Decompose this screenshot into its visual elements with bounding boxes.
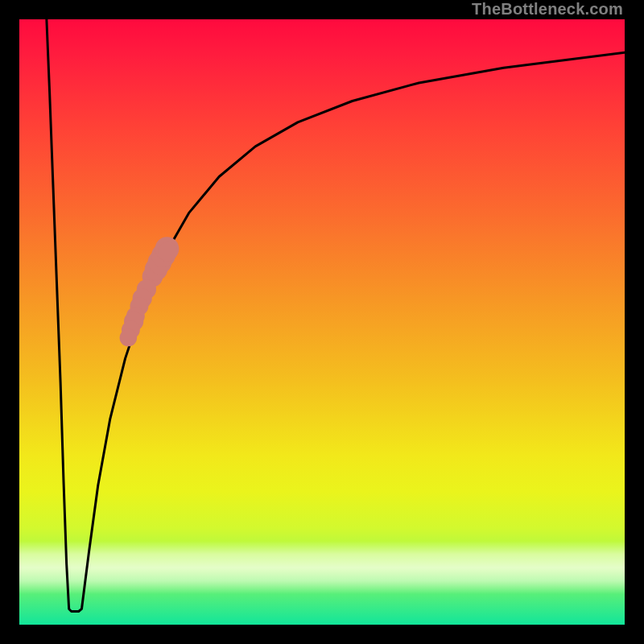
watermark-text: TheBottleneck.com bbox=[472, 0, 623, 19]
plot-area bbox=[19, 19, 625, 625]
frame-border-left bbox=[0, 0, 19, 644]
highlight-dot bbox=[120, 329, 138, 347]
bottleneck-curve bbox=[19, 19, 625, 625]
frame-border-bottom bbox=[0, 625, 644, 644]
chart-stage: TheBottleneck.com bbox=[0, 0, 644, 644]
highlight-dot bbox=[158, 242, 177, 262]
frame-border-right bbox=[625, 0, 644, 644]
